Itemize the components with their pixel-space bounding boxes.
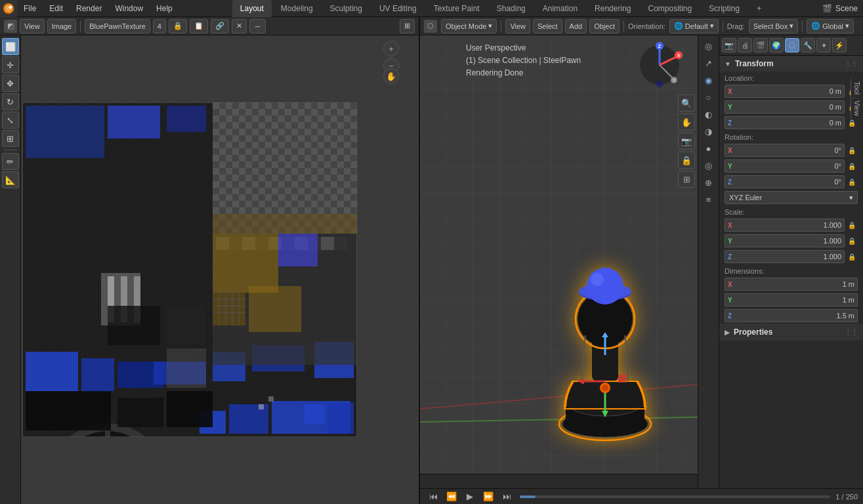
rot-y-field[interactable]: Y 0° [725, 159, 845, 173]
orientation-btn[interactable]: 🌐 Default ▾ [669, 19, 719, 33]
viewport-select-menu[interactable]: Select [533, 19, 562, 33]
properties-sub-header[interactable]: ▶ Properties ⋮⋮ [719, 324, 863, 340]
tab-sculpting[interactable]: Sculpting [322, 0, 370, 17]
loc-z-field[interactable]: Z 0 m [725, 116, 845, 129]
timeline-end-btn[interactable]: ⏭ [499, 489, 515, 505]
annotate-tool[interactable]: ✏ [2, 153, 19, 170]
transform-tool[interactable]: ⊞ [2, 130, 19, 147]
scale-z-field[interactable]: Z 1.000 [725, 250, 845, 263]
measure-tool[interactable]: 📐 [2, 171, 19, 188]
prop-btn4[interactable]: ○ [701, 89, 717, 105]
props-icon-modifier[interactable]: 🔧 [801, 38, 815, 52]
global-btn[interactable]: 🌐 Global ▾ [807, 19, 854, 33]
blender-logo[interactable] [0, 0, 17, 17]
loc-x-field[interactable]: X 0 m [725, 85, 845, 98]
tab-rendering[interactable]: Rendering [587, 0, 639, 17]
svg-point-84 [591, 273, 604, 286]
move-tool[interactable]: ✥ [2, 75, 19, 92]
hand-btn[interactable]: ✋ [678, 114, 695, 131]
scale-tool[interactable]: ⤡ [2, 112, 19, 129]
tab-add[interactable]: + [749, 0, 769, 17]
auto-btn[interactable]: ↔ [249, 19, 266, 33]
view-tab[interactable]: View [851, 98, 863, 119]
camera-btn[interactable]: 📷 [678, 133, 695, 150]
zoom-in-btn[interactable]: + [383, 41, 399, 56]
lock-camera-btn[interactable]: 🔒 [678, 152, 695, 169]
prop-btn9[interactable]: ⊕ [701, 175, 717, 190]
dim-z-field[interactable]: Z 1.5 m [725, 309, 858, 322]
timeline-scrubber[interactable] [520, 495, 830, 498]
rot-x-lock[interactable]: 🔒 [846, 144, 858, 157]
object-mode-btn[interactable]: Object Mode ▾ [441, 19, 497, 33]
props-icon-scene[interactable]: 🎬 [753, 38, 768, 52]
scale-y-lock[interactable]: 🔒 [846, 234, 858, 247]
viewport-view-menu[interactable]: View [505, 19, 530, 33]
scale-x-field[interactable]: X 1.000 [725, 219, 845, 232]
menu-file[interactable]: File [17, 0, 43, 16]
prop-btn5[interactable]: ◐ [701, 106, 717, 122]
rot-x-field[interactable]: X 0° [725, 144, 845, 157]
menu-edit[interactable]: Edit [43, 0, 70, 16]
prop-btn3[interactable]: ◉ [701, 72, 717, 88]
uv-overlay-btn[interactable]: ⊞ [400, 19, 415, 33]
pin-btn[interactable]: 🔒 [169, 19, 187, 33]
tab-texture-paint[interactable]: Texture Paint [426, 0, 488, 17]
tab-layout[interactable]: Layout [232, 0, 272, 17]
tool-tab[interactable]: Tool [851, 79, 863, 98]
prop-btn7[interactable]: ● [701, 140, 717, 156]
cursor-tool[interactable]: ✛ [2, 56, 19, 74]
rotation-mode-field[interactable]: XYZ Euler ▾ [725, 191, 858, 204]
select-box-btn[interactable]: Select Box ▾ [749, 19, 799, 33]
rot-y-lock[interactable]: 🔒 [846, 159, 858, 173]
props-icon-object[interactable]: ⬡ [785, 38, 799, 52]
menu-help[interactable]: Help [150, 0, 179, 16]
props-icon-particles[interactable]: ✦ [816, 38, 831, 52]
prop-btn2[interactable]: ↗ [701, 55, 717, 71]
prop-btn8[interactable]: ◎ [701, 158, 717, 173]
timeline-prev-btn[interactable]: ⏪ [444, 489, 459, 505]
rot-z-field[interactable]: Z 0° [725, 175, 845, 188]
timeline-next-btn[interactable]: ⏩ [480, 489, 496, 505]
prop-btn1[interactable]: ◎ [701, 38, 717, 54]
grid-btn[interactable]: ⊞ [678, 171, 695, 188]
zoom-fit-btn[interactable]: 🔍 [678, 94, 695, 112]
menu-window[interactable]: Window [108, 0, 150, 16]
select-box-tool[interactable]: ⬜ [2, 38, 19, 55]
tab-shading[interactable]: Shading [489, 0, 534, 17]
rotate-tool[interactable]: ↻ [2, 93, 19, 110]
props-icon-render[interactable]: 📷 [722, 38, 736, 52]
tab-animation[interactable]: Animation [535, 0, 585, 17]
scale-z-lock[interactable]: 🔒 [846, 250, 858, 263]
timeline-play-btn[interactable]: ▶ [462, 489, 478, 505]
prop-btn6[interactable]: ◑ [701, 123, 717, 139]
dim-y-field[interactable]: Y 1 m [725, 293, 858, 306]
del-btn[interactable]: ✕ [232, 19, 247, 33]
tab-uv-editing[interactable]: UV Editing [371, 0, 425, 17]
tab-modeling[interactable]: Modeling [273, 0, 321, 17]
timeline-start-btn[interactable]: ⏮ [425, 489, 441, 505]
viewport-object-menu[interactable]: Object [589, 19, 620, 33]
pan-btn[interactable]: ✋ [383, 68, 399, 84]
tab-scripting[interactable]: Scripting [701, 0, 747, 17]
uv-image-menu[interactable]: Image [47, 19, 77, 33]
viewport-add-menu[interactable]: Add [565, 19, 587, 33]
props-icon-output[interactable]: 🖨 [738, 38, 752, 52]
texture-name-field[interactable]: BluePawnTexture [85, 19, 150, 33]
props-icon-physics[interactable]: ⚡ [832, 38, 847, 52]
scale-x-lock[interactable]: 🔒 [846, 219, 858, 232]
3d-viewport[interactable]: User Perspective (1) Scene Collection | … [420, 35, 719, 488]
transform-header[interactable]: ▼ Transform ⋮⋮ [719, 56, 863, 72]
copy-btn[interactable]: 📋 [190, 19, 208, 33]
loc-y-field[interactable]: Y 0 m [725, 100, 845, 114]
dim-x-field[interactable]: X 1 m [725, 278, 858, 291]
rot-z-lock[interactable]: 🔒 [846, 175, 858, 188]
menu-render[interactable]: Render [70, 0, 108, 16]
prop-btn10[interactable]: ≡ [701, 192, 717, 207]
scale-y-field[interactable]: Y 1.000 [725, 234, 845, 247]
props-icon-world[interactable]: 🌍 [769, 38, 784, 52]
tab-compositing[interactable]: Compositing [640, 0, 700, 17]
texture-number[interactable]: 4 [153, 19, 166, 33]
uv-viewport[interactable]: ⬜ ✛ ✥ ↻ ⤡ ⊞ ✏ 📐 [0, 35, 419, 504]
uv-view-menu[interactable]: View [20, 19, 45, 33]
link-btn[interactable]: 🔗 [211, 19, 229, 33]
